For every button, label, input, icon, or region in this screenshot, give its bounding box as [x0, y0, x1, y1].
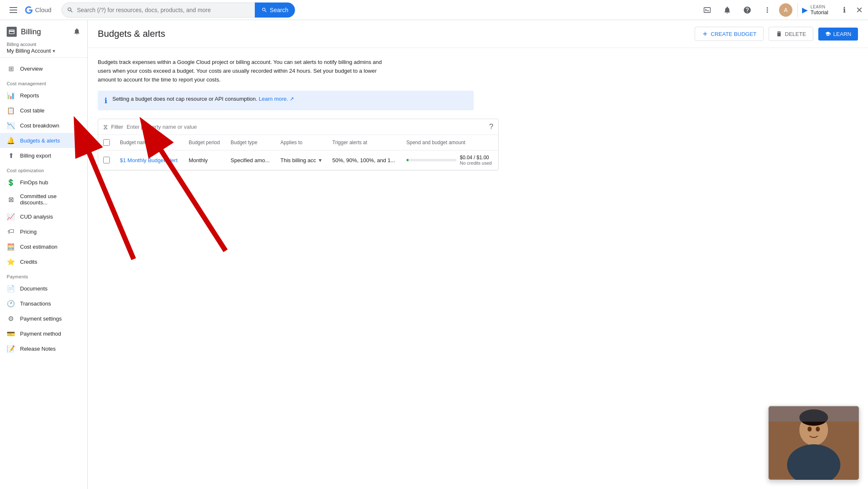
- row-checkbox[interactable]: [103, 157, 110, 163]
- nav-section-label-cost_management: Cost management: [0, 76, 87, 88]
- transactions-icon: 🕐: [7, 299, 15, 308]
- more-options-icon[interactable]: [759, 2, 776, 18]
- billing-export-icon: ⬆: [7, 151, 15, 160]
- sort-icon: ↑: [151, 139, 154, 146]
- budget-period-cell: Monthly: [184, 150, 226, 170]
- sidebar-item-reports[interactable]: 📊Reports: [0, 88, 84, 103]
- learn-panel[interactable]: ▶ LEARN Tutorial: [797, 3, 832, 17]
- release-notes-icon: 📝: [7, 344, 15, 353]
- sidebar-item-label-overview: Overview: [20, 66, 43, 72]
- spend-amount: $0.04 / $1.00: [460, 155, 492, 160]
- info-banner: ℹ Setting a budget does not cap resource…: [98, 91, 474, 110]
- nav-section-label-payments: Payments: [0, 269, 87, 281]
- create-budget-label: CREATE BUDGET: [711, 31, 757, 37]
- pricing-icon: 🏷: [7, 227, 15, 236]
- help-icon[interactable]: [739, 2, 756, 18]
- sidebar-item-credits[interactable]: ⭐Credits: [0, 254, 84, 269]
- sidebar-item-cud-analysis[interactable]: 📈CUD analysis: [0, 209, 84, 224]
- menu-button[interactable]: [5, 2, 22, 18]
- svg-rect-12: [769, 405, 859, 422]
- sidebar-item-label-committed-use: Committed use discounts...: [20, 193, 77, 206]
- reports-icon: 📊: [7, 91, 15, 99]
- applies-to-cell: This billing acc ▾: [275, 150, 327, 170]
- applies-to-dropdown[interactable]: ▾: [319, 157, 322, 163]
- info-message: Setting a budget does not cap resource o…: [112, 96, 257, 102]
- page-body: Budgets track expenses within a Google C…: [88, 48, 868, 181]
- learn-more-link[interactable]: Learn more. ↗: [259, 96, 294, 102]
- sidebar-item-label-credits: Credits: [20, 259, 37, 265]
- sidebar-header: Billing: [0, 20, 87, 40]
- sidebar-item-documents[interactable]: 📄Documents: [0, 281, 84, 296]
- sidebar-item-label-transactions: Transactions: [20, 301, 51, 307]
- sidebar-item-label-cost-breakdown: Cost breakdown: [20, 122, 59, 129]
- header-actions: CREATE BUDGET DELETE LEARN: [695, 27, 858, 41]
- table-row: $1 Monthly Budget Alert Monthly Specifie…: [98, 150, 498, 170]
- learn-title: Tutorial: [810, 9, 828, 15]
- sidebar-item-label-reports: Reports: [20, 92, 39, 99]
- search-button[interactable]: Search: [255, 3, 295, 18]
- sidebar-item-transactions[interactable]: 🕐Transactions: [0, 296, 84, 311]
- sidebar-item-label-cost-estimation: Cost estimation: [20, 244, 58, 250]
- dropdown-arrow-icon: ▾: [53, 48, 55, 54]
- overview-icon: ⊞: [7, 64, 15, 73]
- budget-period-header: Budget period: [184, 135, 226, 150]
- table-container: ⧖ Filter ? Budget name: [98, 119, 499, 171]
- spend-budget-cell: $0.04 / $1.00 No credits used: [401, 150, 498, 170]
- sidebar-item-release-notes[interactable]: 📝Release Notes: [0, 341, 84, 356]
- sidebar-item-overview[interactable]: ⊞Overview: [0, 61, 84, 76]
- page-title: Budgets & alerts: [98, 28, 688, 39]
- filter-input[interactable]: [127, 124, 486, 130]
- info-text: Setting a budget does not cap resource o…: [112, 96, 294, 102]
- budget-name-link[interactable]: $1 Monthly Budget Alert: [120, 157, 178, 163]
- notifications-icon[interactable]: [719, 2, 736, 18]
- trigger-alerts-cell: 50%, 90%, 100%, and 1...: [327, 150, 401, 170]
- filter-label: Filter: [111, 124, 123, 130]
- trigger-alerts-header: Trigger alerts at: [327, 135, 401, 150]
- delete-button[interactable]: DELETE: [769, 27, 813, 41]
- sidebar-item-budgets-alerts[interactable]: 🔔Budgets & alerts: [0, 133, 84, 148]
- sidebar-item-label-cost-table: Cost table: [20, 107, 45, 114]
- sidebar-item-cost-table[interactable]: 📋Cost table: [0, 103, 84, 118]
- select-all-checkbox[interactable]: [103, 139, 110, 146]
- learn-button[interactable]: LEARN: [818, 28, 858, 41]
- cost-breakdown-icon: 📉: [7, 121, 15, 130]
- create-budget-button[interactable]: CREATE BUDGET: [695, 27, 764, 41]
- svg-rect-2: [10, 12, 17, 13]
- top-navigation: Cloud Search A ▶ LEARN Tu: [0, 0, 868, 20]
- budget-name-header[interactable]: Budget name ↑: [115, 135, 184, 150]
- payment-method-icon: 💳: [7, 329, 15, 338]
- sidebar: Billing Billing account My Billing Accou…: [0, 20, 88, 489]
- svg-rect-1: [10, 10, 17, 10]
- video-overlay: [768, 405, 860, 481]
- info-icon: ℹ: [104, 96, 107, 105]
- sidebar-nav: ⊞OverviewCost management📊Reports📋Cost ta…: [0, 58, 87, 359]
- billing-account-selector[interactable]: My Billing Account ▾: [7, 48, 81, 54]
- sidebar-item-label-finops-hub: FinOps hub: [20, 179, 48, 186]
- description-text: Budgets track expenses within a Google C…: [98, 58, 382, 84]
- sidebar-item-payment-method[interactable]: 💳Payment method: [0, 326, 84, 341]
- sidebar-item-cost-estimation[interactable]: 🧮Cost estimation: [0, 239, 84, 254]
- info-panel-icon[interactable]: ℹ: [836, 2, 853, 18]
- terminal-icon[interactable]: [699, 2, 716, 18]
- close-button[interactable]: ✕: [856, 5, 863, 15]
- sidebar-item-cost-breakdown[interactable]: 📉Cost breakdown: [0, 118, 84, 133]
- applies-to-text: This billing acc: [280, 157, 316, 163]
- filter-icon: ⧖: [103, 123, 108, 131]
- page-header: Budgets & alerts CREATE BUDGET DELETE LE…: [88, 20, 868, 48]
- bell-icon[interactable]: [73, 28, 81, 36]
- svg-point-9: [807, 427, 812, 432]
- sidebar-item-committed-use[interactable]: ⊠Committed use discounts...: [0, 190, 84, 209]
- sidebar-item-billing-export[interactable]: ⬆Billing export: [0, 148, 84, 163]
- sidebar-item-payment-settings[interactable]: ⚙Payment settings: [0, 311, 84, 326]
- table-help-icon[interactable]: ?: [489, 122, 493, 131]
- user-avatar[interactable]: A: [779, 3, 792, 17]
- select-all-header: [98, 135, 115, 150]
- table-toolbar: ⧖ Filter ?: [98, 119, 498, 135]
- sidebar-item-pricing[interactable]: 🏷Pricing: [0, 224, 84, 239]
- svg-point-10: [816, 427, 820, 432]
- sidebar-item-finops-hub[interactable]: 💲FinOps hub: [0, 175, 84, 190]
- svg-rect-0: [10, 7, 17, 8]
- google-cloud-logo[interactable]: Cloud: [25, 6, 51, 14]
- search-input[interactable]: [77, 7, 251, 13]
- finops-hub-icon: 💲: [7, 178, 15, 186]
